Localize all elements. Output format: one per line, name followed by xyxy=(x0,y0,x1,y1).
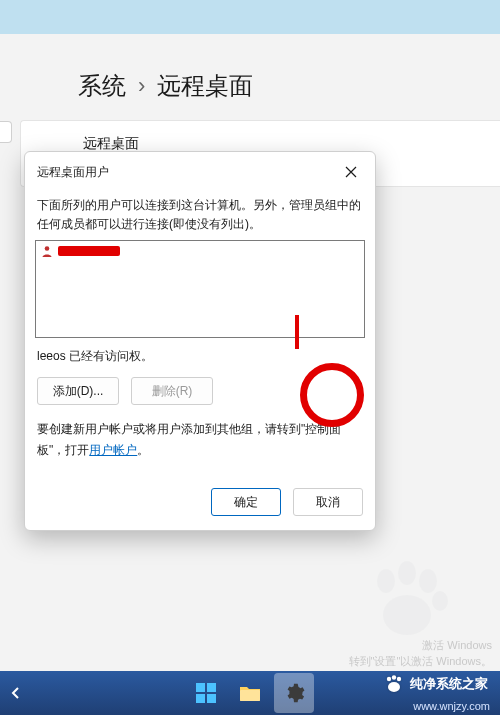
paw-icon xyxy=(384,675,404,693)
remote-desktop-users-dialog: 远程桌面用户 下面所列的用户可以连接到这台计算机。另外，管理员组中的任何成员都可… xyxy=(24,151,376,531)
cancel-button[interactable]: 取消 xyxy=(293,488,363,516)
close-icon xyxy=(345,166,357,178)
brand-text: 纯净系统之家 xyxy=(410,675,488,693)
svg-point-2 xyxy=(398,561,416,585)
activation-watermark: 激活 Windows 转到"设置"以激活 Windows。 xyxy=(349,638,493,669)
add-button[interactable]: 添加(D)... xyxy=(37,377,119,405)
svg-point-4 xyxy=(432,591,448,611)
hint-text-after: 。 xyxy=(137,443,149,457)
ok-button[interactable]: 确定 xyxy=(211,488,281,516)
window-titlebar xyxy=(0,0,500,34)
taskbar-chevron-icon[interactable] xyxy=(6,686,26,700)
taskbar[interactable]: 纯净系统之家 www.wnjzy.com xyxy=(0,671,500,715)
brand-url: www.wnjzy.com xyxy=(413,700,490,712)
gear-icon xyxy=(283,682,305,704)
svg-rect-10 xyxy=(240,690,260,701)
left-edge-clip xyxy=(0,121,12,143)
svg-point-5 xyxy=(383,595,431,635)
breadcrumb-part-remote-desktop: 远程桌面 xyxy=(157,70,253,102)
user-accounts-link[interactable]: 用户帐户 xyxy=(89,443,137,457)
file-explorer-button[interactable] xyxy=(230,673,270,713)
activation-line1: 激活 Windows xyxy=(349,638,493,653)
user-list[interactable] xyxy=(35,240,365,338)
redacted-username xyxy=(58,246,120,256)
svg-rect-6 xyxy=(196,683,205,692)
brand-watermark: 纯净系统之家 xyxy=(384,675,488,693)
svg-point-3 xyxy=(419,569,437,593)
settings-app-button[interactable] xyxy=(274,673,314,713)
svg-point-13 xyxy=(397,677,401,681)
close-button[interactable] xyxy=(337,158,365,186)
breadcrumb-part-system[interactable]: 系统 xyxy=(78,70,126,102)
dialog-description: 下面所列的用户可以连接到这台计算机。另外，管理员组中的任何成员都可以进行连接(即… xyxy=(35,196,365,240)
svg-point-14 xyxy=(388,682,400,692)
svg-rect-8 xyxy=(196,694,205,703)
svg-point-0 xyxy=(45,247,50,252)
annotation-circle xyxy=(300,363,364,427)
svg-point-1 xyxy=(377,569,395,593)
windows-logo-icon xyxy=(195,682,217,704)
svg-point-11 xyxy=(387,677,391,681)
activation-line2: 转到"设置"以激活 Windows。 xyxy=(349,654,493,669)
dialog-titlebar: 远程桌面用户 xyxy=(25,152,375,192)
list-item[interactable] xyxy=(40,244,360,258)
folder-icon xyxy=(239,684,261,702)
breadcrumb-separator: › xyxy=(138,73,145,99)
breadcrumb: 系统 › 远程桌面 xyxy=(0,34,500,120)
start-button[interactable] xyxy=(186,673,226,713)
dialog-title: 远程桌面用户 xyxy=(37,164,109,181)
hint-text-before: 要创建新用户帐户或将用户添加到其他组，请转到"控制面板"，打开 xyxy=(37,422,341,456)
svg-point-12 xyxy=(392,675,396,679)
user-icon xyxy=(40,244,54,258)
remove-button: 删除(R) xyxy=(131,377,213,405)
annotation-line xyxy=(295,315,299,349)
svg-rect-9 xyxy=(207,694,216,703)
svg-rect-7 xyxy=(207,683,216,692)
paw-watermark xyxy=(362,561,452,641)
